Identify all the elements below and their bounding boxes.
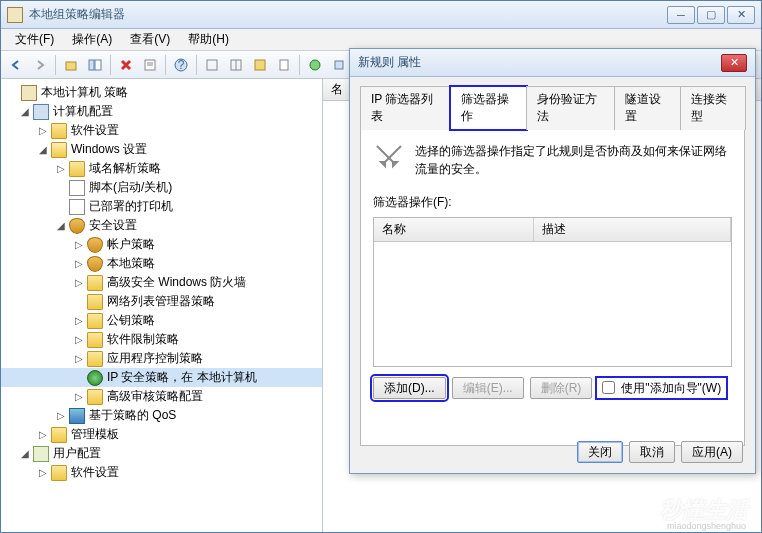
window-title: 本地组策略编辑器 [29, 6, 667, 23]
tool-4[interactable] [273, 54, 295, 76]
tree-deployed-printers[interactable]: 已部署的打印机 [1, 197, 322, 216]
dialog-title: 新规则 属性 [358, 54, 721, 71]
tree-admin-templates[interactable]: ▷管理模板 [1, 425, 322, 444]
tree-panel[interactable]: 本地计算机 策略 ◢计算机配置 ▷软件设置 ◢Windows 设置 ▷域名解析策… [1, 79, 323, 532]
col-name[interactable]: 名称 [374, 218, 534, 241]
tool-6[interactable] [328, 54, 350, 76]
main-titlebar: 本地组策略编辑器 ─ ▢ ✕ [1, 1, 761, 29]
tree-software-settings[interactable]: ▷软件设置 [1, 121, 322, 140]
dialog-close-button[interactable]: ✕ [721, 54, 747, 72]
svg-text:?: ? [178, 58, 185, 72]
tree-user-config[interactable]: ◢用户配置 [1, 444, 322, 463]
minimize-button[interactable]: ─ [667, 6, 695, 24]
svg-rect-2 [95, 60, 101, 70]
tool-1[interactable] [201, 54, 223, 76]
tree-adv-audit[interactable]: ▷高级审核策略配置 [1, 387, 322, 406]
use-wizard-input[interactable] [602, 381, 615, 394]
swords-icon [373, 142, 405, 174]
filter-action-label: 筛选器操作(F): [373, 194, 732, 211]
menu-help[interactable]: 帮助(H) [180, 29, 237, 50]
close-dialog-button[interactable]: 关闭 [577, 441, 623, 463]
col-desc[interactable]: 描述 [534, 218, 731, 241]
menu-view[interactable]: 查看(V) [122, 29, 178, 50]
svg-rect-11 [255, 60, 265, 70]
app-icon [7, 7, 23, 23]
edit-button[interactable]: 编辑(E)... [452, 377, 524, 399]
tree-computer-config[interactable]: ◢计算机配置 [1, 102, 322, 121]
list-box-header: 名称 描述 [374, 218, 731, 242]
tree-ip-security[interactable]: IP 安全策略，在 本地计算机 [1, 368, 322, 387]
tree-dns-policy[interactable]: ▷域名解析策略 [1, 159, 322, 178]
back-button[interactable] [5, 54, 27, 76]
svg-rect-8 [207, 60, 217, 70]
tool-3[interactable] [249, 54, 271, 76]
svg-point-13 [310, 60, 320, 70]
tool-2[interactable] [225, 54, 247, 76]
tree-account-policy[interactable]: ▷帐户策略 [1, 235, 322, 254]
forward-button[interactable] [29, 54, 51, 76]
maximize-button[interactable]: ▢ [697, 6, 725, 24]
menu-file[interactable]: 文件(F) [7, 29, 62, 50]
tree-adv-firewall[interactable]: ▷高级安全 Windows 防火墙 [1, 273, 322, 292]
tab-ip-filter[interactable]: IP 筛选器列表 [360, 86, 451, 130]
tab-tunnel[interactable]: 隧道设置 [614, 86, 680, 130]
tab-conn-type[interactable]: 连接类型 [680, 86, 746, 130]
list-col-name: 名 [331, 81, 343, 98]
tab-filter-action[interactable]: 筛选器操作 [450, 86, 528, 130]
tree-software-restrict[interactable]: ▷软件限制策略 [1, 330, 322, 349]
remove-button[interactable]: 删除(R) [530, 377, 593, 399]
rule-properties-dialog: 新规则 属性 ✕ IP 筛选器列表 筛选器操作 身份验证方法 隧道设置 连接类型… [349, 48, 756, 474]
delete-button[interactable] [115, 54, 137, 76]
tree-security-settings[interactable]: ◢安全设置 [1, 216, 322, 235]
svg-rect-1 [89, 60, 94, 70]
tree-local-policy[interactable]: ▷本地策略 [1, 254, 322, 273]
tree-windows-settings[interactable]: ◢Windows 设置 [1, 140, 322, 159]
help-button[interactable]: ? [170, 54, 192, 76]
tree-net-list-mgr[interactable]: 网络列表管理器策略 [1, 292, 322, 311]
dialog-tabs: IP 筛选器列表 筛选器操作 身份验证方法 隧道设置 连接类型 [360, 85, 745, 130]
info-text: 选择的筛选器操作指定了此规则是否协商及如何来保证网络流量的安全。 [415, 142, 732, 178]
tree-root[interactable]: 本地计算机 策略 [1, 83, 322, 102]
use-wizard-label: 使用"添加向导"(W) [621, 381, 721, 395]
tree-scripts[interactable]: 脚本(启动/关机) [1, 178, 322, 197]
tab-auth[interactable]: 身份验证方法 [526, 86, 615, 130]
window-buttons: ─ ▢ ✕ [667, 6, 755, 24]
svg-rect-14 [335, 61, 343, 69]
add-button[interactable]: 添加(D)... [373, 377, 446, 399]
tree-public-key[interactable]: ▷公钥策略 [1, 311, 322, 330]
apply-button[interactable]: 应用(A) [681, 441, 743, 463]
tree-policy-qos[interactable]: ▷基于策略的 QoS [1, 406, 322, 425]
dialog-titlebar[interactable]: 新规则 属性 ✕ [350, 49, 755, 77]
tool-5[interactable] [304, 54, 326, 76]
filter-action-list[interactable]: 名称 描述 [373, 217, 732, 367]
svg-rect-12 [280, 60, 288, 70]
dialog-body: IP 筛选器列表 筛选器操作 身份验证方法 隧道设置 连接类型 选择的筛选器操作… [350, 77, 755, 454]
show-console-tree-button[interactable] [84, 54, 106, 76]
properties-button[interactable] [139, 54, 161, 76]
cancel-button[interactable]: 取消 [629, 441, 675, 463]
up-button[interactable] [60, 54, 82, 76]
close-button[interactable]: ✕ [727, 6, 755, 24]
tree-app-control[interactable]: ▷应用程序控制策略 [1, 349, 322, 368]
menu-action[interactable]: 操作(A) [64, 29, 120, 50]
tab-content: 选择的筛选器操作指定了此规则是否协商及如何来保证网络流量的安全。 筛选器操作(F… [360, 130, 745, 446]
dialog-buttons: 关闭 取消 应用(A) [577, 441, 743, 463]
tree-user-software[interactable]: ▷软件设置 [1, 463, 322, 482]
svg-rect-0 [66, 62, 76, 70]
use-wizard-checkbox[interactable]: 使用"添加向导"(W) [598, 379, 725, 397]
